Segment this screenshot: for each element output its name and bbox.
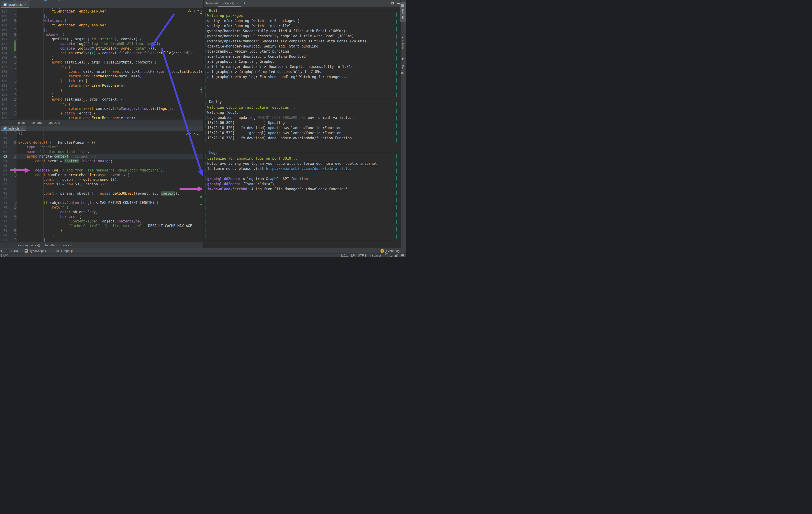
line-number[interactable]: 167 — [0, 18, 7, 23]
code-line[interactable]: 176 async listFiles(_, args: FilesListOp… — [0, 60, 203, 65]
line-number[interactable]: 72 — [0, 196, 7, 201]
line-number[interactable]: 71 — [0, 191, 7, 196]
line-number[interactable]: 65 — [0, 163, 7, 168]
code-line[interactable]: 183 }, — [0, 92, 203, 97]
line-number[interactable]: 73 — [0, 201, 7, 205]
line-number[interactable]: 174 — [0, 51, 7, 55]
cloud-settings-icon[interactable] — [400, 254, 405, 257]
code-line[interactable]: 71 const { params, object } = await getS… — [0, 191, 203, 196]
code-line[interactable]: 81 } — [0, 238, 203, 242]
fold-marker[interactable] — [14, 202, 17, 204]
code-line[interactable]: 175 }, — [0, 55, 203, 60]
line-number[interactable]: 79 — [0, 228, 7, 233]
code-line[interactable]: 167 Mutation: { — [0, 18, 203, 23]
tab-index-ts[interactable]: TS index.ts × — [1, 126, 26, 131]
line-ending[interactable]: LF — [351, 254, 354, 257]
fold-marker[interactable] — [14, 239, 17, 241]
line-number[interactable]: 80 — [0, 233, 7, 238]
breadcrumb-item[interactable]: handle() — [45, 244, 57, 247]
inspections-widget[interactable]: ✔ 1 — [185, 132, 199, 136]
line-number[interactable]: 179 — [0, 74, 7, 79]
line-number[interactable]: 74 — [0, 205, 7, 210]
line-number[interactable]: 183 — [0, 92, 7, 97]
fold-marker[interactable] — [14, 57, 17, 59]
code-line[interactable]: 68 const { region } = getEnvironment(); — [0, 177, 203, 182]
line-number[interactable]: 178 — [0, 69, 7, 74]
code-line[interactable]: 73 if (object.ContentLength < MAX_RETURN… — [0, 201, 203, 205]
editor-index[interactable]: 58};5960export default (): HandlerPlugin… — [0, 131, 203, 242]
code-line[interactable]: 70 — [0, 186, 203, 191]
line-number[interactable]: 77 — [0, 219, 7, 223]
code-line[interactable]: 74 return { — [0, 205, 203, 210]
line-number[interactable]: 173 — [0, 46, 7, 51]
code-line[interactable]: 170 FmQuery: { — [0, 32, 203, 37]
line-number[interactable]: 175 — [0, 55, 7, 60]
fold-marker[interactable] — [14, 33, 17, 36]
line-number[interactable]: 169 — [0, 28, 7, 32]
fold-marker[interactable] — [14, 132, 17, 134]
line-number[interactable]: 186 — [0, 107, 7, 111]
code-line[interactable]: 79 } — [0, 228, 203, 233]
code-line[interactable]: 174 return resolve(() ⇒ context.fileMana… — [0, 51, 203, 55]
code-line[interactable]: 188 return new ErrorResponse(error); — [0, 116, 203, 119]
code-line[interactable]: 165 fileManager: emptyResolver — [0, 9, 203, 14]
code-line[interactable]: 72 — [0, 196, 203, 201]
fold-marker[interactable] — [14, 141, 17, 144]
code-line[interactable]: 171 getFile(_, args: { id: string }, con… — [0, 37, 203, 41]
code-line[interactable]: 67 const handler = createHandler(async e… — [0, 173, 203, 177]
inspections-widget[interactable]: ! 1 — [188, 9, 202, 12]
code-line[interactable]: 178 const [data, meta] = await context.f… — [0, 69, 203, 74]
tool-button-run[interactable]: 4: Run — [400, 35, 406, 51]
breadcrumb-item[interactable]: typeDefs — [48, 121, 60, 124]
line-number[interactable]: 170 — [0, 32, 7, 37]
line-number[interactable]: 180 — [0, 79, 7, 83]
fold-marker[interactable] — [14, 215, 17, 218]
code-line[interactable]: 177 try { — [0, 65, 203, 69]
line-number[interactable]: 181 — [0, 83, 7, 88]
todo-widget[interactable]: TODO — [6, 249, 20, 252]
code-line[interactable]: 59 — [0, 135, 203, 140]
line-number[interactable]: 185 — [0, 102, 7, 107]
line-number[interactable]: 67 — [0, 173, 7, 177]
gear-icon[interactable] — [390, 2, 394, 5]
terminal-tab-local[interactable]: Local (2) — [222, 1, 234, 5]
line-number[interactable]: 75 — [0, 210, 7, 214]
line-number[interactable]: 64 — [0, 159, 7, 163]
line-number[interactable]: 69 — [0, 182, 7, 186]
line-number[interactable]: 168 — [0, 23, 7, 28]
next-problem-icon[interactable] — [200, 9, 203, 12]
git-branch-widget[interactable]: watch — [385, 252, 393, 257]
close-icon[interactable]: × — [21, 126, 23, 130]
code-line[interactable]: 80 }; — [0, 233, 203, 238]
line-number[interactable]: 172 — [0, 41, 7, 46]
line-number[interactable]: 165 — [0, 9, 7, 14]
fold-marker[interactable] — [14, 89, 17, 91]
code-line[interactable]: 168 fileManager: emptyResolver — [0, 23, 203, 28]
line-number[interactable]: 59 — [0, 135, 7, 140]
fold-marker[interactable] — [14, 20, 17, 22]
code-line[interactable]: 69 const s3 = new S3({ region }); — [0, 182, 203, 186]
breadcrumb-item[interactable]: <anonymous>() — [18, 244, 40, 247]
close-icon[interactable]: × — [24, 3, 26, 6]
code-line[interactable]: 78 "Cache-Control": "public, max-age=" +… — [0, 223, 203, 228]
code-line[interactable]: 186 return await context.fileManager.fil… — [0, 107, 203, 111]
code-line[interactable]: 179 return new ListResponse(data, meta); — [0, 74, 203, 79]
code-line[interactable]: 61 type: "handler", — [0, 145, 203, 149]
code-line[interactable]: 181 return new ErrorResponse(e); — [0, 83, 203, 88]
prev-problem-icon[interactable] — [197, 9, 199, 12]
code-line[interactable]: 64 const event = context.invocationArgs; — [0, 159, 203, 163]
hide-icon[interactable] — [397, 3, 400, 4]
line-number[interactable]: 171 — [0, 37, 7, 41]
line-number[interactable]: 81 — [0, 238, 7, 242]
line-number[interactable]: 58 — [0, 131, 7, 135]
line-number[interactable]: 177 — [0, 65, 7, 69]
code-line[interactable]: 185 try { — [0, 102, 203, 107]
code-line[interactable]: 77 "Content-Type": object.ContentType, — [0, 219, 203, 223]
line-number[interactable]: 62 — [0, 149, 7, 154]
code-line[interactable]: 62 name: "handler-download-file", — [0, 149, 203, 154]
line-number[interactable]: 78 — [0, 223, 7, 228]
code-line[interactable]: 187 } catch (error) { — [0, 111, 203, 116]
line-number[interactable]: 184 — [0, 97, 7, 102]
fold-marker[interactable] — [14, 174, 17, 176]
tab-graphql-ts[interactable]: TS graphql.ts × — [1, 1, 29, 8]
